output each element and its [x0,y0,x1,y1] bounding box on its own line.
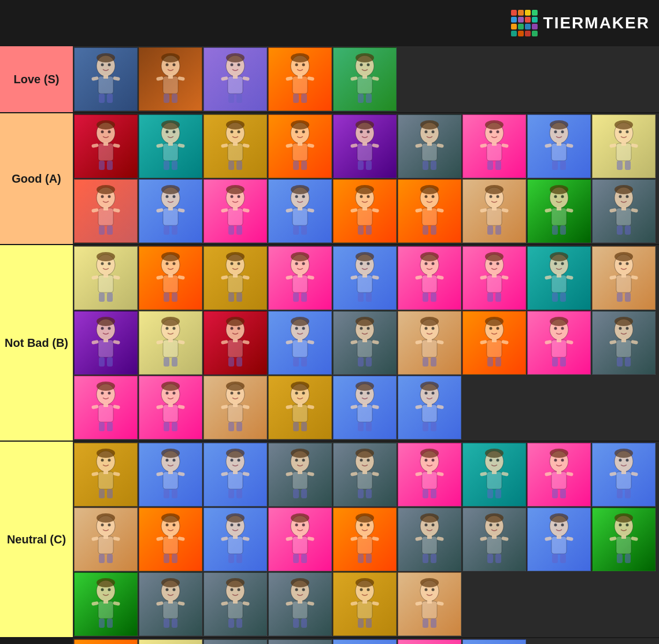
svg-rect-299 [495,293,501,302]
svg-rect-125 [557,142,561,146]
svg-point-441 [291,382,309,391]
svg-rect-384 [487,340,502,357]
svg-rect-144 [98,208,113,225]
svg-rect-346 [221,340,228,345]
svg-rect-54 [98,143,113,161]
svg-point-692 [360,589,363,591]
svg-point-703 [432,589,435,591]
svg-point-521 [420,449,439,458]
svg-rect-96 [350,143,358,148]
svg-rect-68 [164,161,169,170]
svg-rect-644 [616,536,631,554]
tiers-container: Love (S) [0,46,659,644]
svg-rect-25 [233,75,238,79]
svg-point-512 [360,459,363,462]
svg-point-361 [356,317,374,326]
svg-rect-256 [221,275,228,280]
svg-rect-547 [566,472,573,476]
svg-point-173 [302,195,305,198]
svg-rect-206 [480,208,487,213]
svg-rect-318 [617,293,623,302]
svg-point-243 [173,262,176,265]
svg-point-12 [166,64,169,66]
svg-rect-259 [236,293,242,302]
svg-point-71 [226,120,245,129]
svg-point-611 [420,513,439,523]
svg-rect-169 [236,225,242,235]
character-image [139,47,202,111]
svg-rect-418 [99,422,105,431]
svg-rect-405 [621,339,626,342]
svg-rect-264 [293,275,308,293]
svg-rect-238 [99,293,105,302]
svg-rect-266 [286,275,293,280]
svg-point-112 [490,131,493,134]
svg-rect-627 [501,536,509,541]
svg-point-391 [550,317,568,326]
svg-rect-126 [545,143,552,148]
svg-rect-118 [487,161,493,170]
character-image [203,179,267,243]
svg-point-53 [108,131,111,134]
svg-point-273 [367,262,370,265]
character-image [139,311,202,375]
logo-grid [511,10,538,36]
svg-point-122 [554,131,557,134]
svg-rect-417 [113,405,120,409]
svg-rect-109 [431,161,436,170]
svg-rect-518 [358,489,364,498]
svg-rect-226 [609,208,617,213]
svg-rect-706 [415,601,423,606]
svg-rect-185 [362,207,367,210]
svg-rect-337 [177,340,185,345]
svg-rect-487 [177,472,185,476]
svg-rect-635 [557,535,561,539]
character-image [527,508,591,571]
svg-point-632 [554,524,557,527]
svg-rect-558 [617,489,623,498]
svg-point-192 [425,195,428,198]
svg-point-153 [173,195,176,198]
svg-point-263 [302,262,305,265]
character-image [203,246,267,310]
svg-rect-618 [423,554,428,563]
svg-rect-116 [480,143,487,148]
svg-point-51 [97,120,115,129]
svg-rect-147 [113,208,120,213]
svg-point-351 [291,317,309,326]
svg-rect-249 [172,293,177,302]
tier-label-notbad: Not Bad (B) [0,245,73,441]
svg-point-41 [356,53,374,62]
svg-rect-428 [164,422,169,431]
svg-rect-479 [107,489,113,498]
svg-rect-439 [236,422,242,431]
svg-rect-354 [293,340,308,357]
svg-point-681 [291,578,309,587]
svg-rect-707 [436,601,444,606]
svg-rect-265 [298,274,302,277]
svg-rect-348 [228,357,234,367]
svg-point-403 [626,327,629,330]
svg-point-513 [367,459,370,462]
svg-rect-356 [286,340,293,345]
svg-rect-696 [350,601,358,606]
svg-rect-654 [98,601,113,619]
svg-rect-306 [545,275,552,280]
svg-point-443 [302,392,305,395]
svg-point-412 [101,392,104,395]
svg-rect-157 [177,208,185,213]
svg-point-633 [561,524,564,527]
svg-point-583 [238,524,240,527]
svg-rect-239 [107,293,113,302]
svg-rect-516 [350,472,358,476]
svg-rect-584 [228,536,243,554]
svg-rect-269 [301,293,307,302]
svg-point-673 [238,589,240,591]
character-image [203,639,267,644]
character-image [527,311,591,375]
svg-point-631 [550,513,568,523]
svg-point-661 [161,578,180,587]
svg-rect-45 [362,75,367,79]
svg-rect-458 [358,422,364,431]
svg-point-541 [550,449,568,458]
